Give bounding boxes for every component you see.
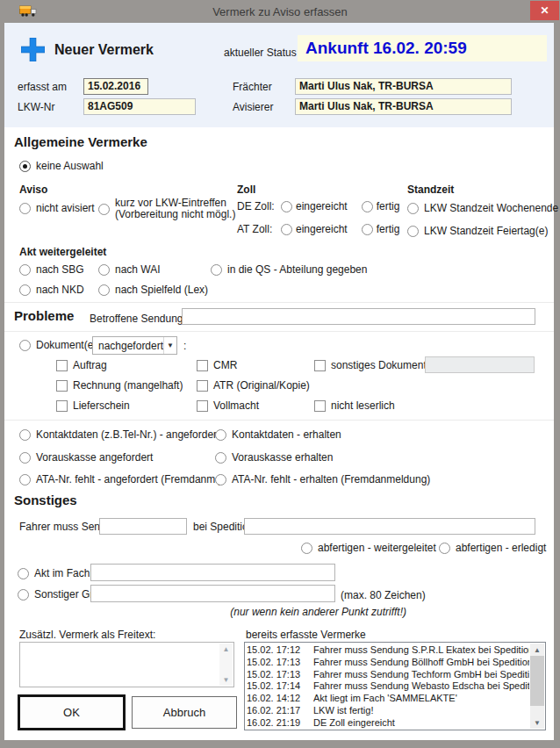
freitext-textarea[interactable]: ▲ ▼ xyxy=(19,642,234,687)
radio-standzeit-feiertag-label: LKW Standzeit Feiertag(e) xyxy=(424,225,548,237)
list-item[interactable]: 15.02. 17:12Fahrer muss Sendung S.P.R.L … xyxy=(247,644,529,657)
erfasst-am-field[interactable]: 15.02.2016 xyxy=(83,78,148,95)
radio-qs-abteilung[interactable] xyxy=(211,264,222,276)
scroll-up-icon[interactable]: ▲ xyxy=(530,644,544,656)
chevron-down-icon[interactable]: ▼ xyxy=(163,337,176,354)
window-title: Vermerk zu Aviso erfassen xyxy=(0,5,560,18)
divider xyxy=(4,420,554,421)
checkbox-cmr[interactable] xyxy=(197,360,208,371)
checkbox-sonstiges-dokument-label: sonstiges Dokument: xyxy=(331,359,429,371)
radio-standzeit-feiertag[interactable] xyxy=(407,226,419,237)
radio-kurz-vor-eintreffen[interactable] xyxy=(98,204,110,215)
radio-vorauskasse-erhalten[interactable] xyxy=(215,452,226,464)
radio-akt-im-fach-label: Akt im Fach: xyxy=(34,567,93,579)
radio-dokumente[interactable] xyxy=(19,340,31,351)
dropdown-dokument-status[interactable]: nachgefordert ▼ xyxy=(92,336,177,355)
checkbox-rechnung[interactable] xyxy=(56,380,68,392)
de-zoll-label: DE Zoll: xyxy=(237,200,277,212)
radio-kontaktdaten-angefordert[interactable] xyxy=(19,429,31,441)
radio-de-zoll-fertig[interactable] xyxy=(362,201,373,212)
divider xyxy=(4,331,554,332)
radio-vorauskasse-erhalten-label: Vorauskasse erhalten xyxy=(232,451,333,464)
checkbox-atr[interactable] xyxy=(197,380,208,392)
close-button[interactable]: ✕ xyxy=(530,1,559,20)
radio-ata-angefordert-label: ATA-Nr. fehlt - angefordert (Fremdanm.) xyxy=(36,473,222,485)
vermerke-list[interactable]: 15.02. 17:12Fahrer muss Sendung S.P.R.L … xyxy=(244,642,546,730)
radio-de-zoll-eingereicht-label: eingereicht xyxy=(296,200,348,212)
radio-abfertigen-weitergeleitet[interactable] xyxy=(301,543,312,554)
sendung-input[interactable] xyxy=(99,518,187,535)
plus-icon xyxy=(21,38,45,64)
checkbox-lieferschein[interactable] xyxy=(56,400,68,412)
section-allgemeine-vermerke: Allgemeine Vermerke xyxy=(14,134,147,149)
avisierer-field[interactable]: Marti Ulus Nak, TR-BURSA xyxy=(295,98,512,115)
scroll-up-icon[interactable]: ▲ xyxy=(223,644,230,655)
group-zoll-label: Zoll xyxy=(237,183,255,196)
list-item[interactable]: 15.02. 17:13Fahrer muss Sendung Böllhoff… xyxy=(247,657,529,669)
textarea-scrollbar[interactable]: ▲ ▼ xyxy=(219,644,233,686)
radio-de-zoll-eingereicht[interactable] xyxy=(281,201,292,212)
radio-vorauskasse-angefordert[interactable] xyxy=(19,452,31,464)
radio-nach-nkd[interactable] xyxy=(19,284,31,296)
lkw-nr-label: LKW-Nr xyxy=(18,101,54,113)
checkbox-nicht-leserlich-label: nicht leserlich xyxy=(331,399,395,412)
radio-nach-spielfeld[interactable] xyxy=(98,284,110,296)
checkbox-vollmacht[interactable] xyxy=(197,400,208,412)
status-value: Ankunft 16.02. 20:59 xyxy=(298,35,547,61)
radio-nicht-avisiert[interactable] xyxy=(19,203,31,214)
radio-keine-auswahl[interactable] xyxy=(19,161,31,172)
radio-sonstiger-grund[interactable] xyxy=(18,589,29,601)
radio-kontaktdaten-erhalten[interactable] xyxy=(215,429,226,441)
radio-at-zoll-fertig[interactable] xyxy=(362,224,373,235)
vermerke-label: bereits erfasste Vermerke xyxy=(246,629,366,641)
list-scrollbar[interactable]: ▲ ▼ xyxy=(530,644,544,729)
radio-abfertigen-erledigt-label: abfertigen - erledigt xyxy=(456,542,546,554)
radio-ata-angefordert[interactable] xyxy=(19,474,31,485)
radio-dokumente-label: Dokument(e) xyxy=(36,339,97,351)
radio-akt-im-fach[interactable] xyxy=(18,568,29,579)
radio-nach-wai-label: nach WAI xyxy=(115,263,161,276)
radio-nach-sbg[interactable] xyxy=(19,264,31,276)
radio-nach-sbg-label: nach SBG xyxy=(36,263,84,276)
group-standzeit-label: Standzeit xyxy=(407,183,454,196)
dialog-window: Vermerk zu Aviso erfassen ✕ Neuer Vermer… xyxy=(0,0,560,748)
freitext-label: Zusätzl. Vermerk als Freitext: xyxy=(19,629,155,641)
sonstiger-grund-input[interactable] xyxy=(90,585,335,602)
divider xyxy=(4,302,554,303)
radio-ata-erhalten[interactable] xyxy=(215,474,226,485)
spedition-input[interactable] xyxy=(244,518,535,535)
list-item[interactable]: 15.02. 17:14Fahrer muss Sendung Webasto … xyxy=(247,680,529,693)
checkbox-auftrag[interactable] xyxy=(56,360,68,371)
radio-at-zoll-eingereicht[interactable] xyxy=(281,224,292,235)
betroffene-sendungen-input[interactable] xyxy=(182,308,535,325)
radio-vorauskasse-angefordert-label: Vorauskasse angefordert xyxy=(36,451,153,464)
radio-keine-auswahl-label: keine Auswahl xyxy=(36,160,104,172)
abbruch-button[interactable]: Abbruch xyxy=(132,696,237,729)
list-item[interactable]: 16.02. 14:12Akt liegt im Fach 'SAMMELAKT… xyxy=(247,693,529,705)
group-aviso-label: Aviso xyxy=(19,183,47,196)
akt-im-fach-input[interactable] xyxy=(90,564,335,581)
fraechter-field[interactable]: Marti Ulus Nak, TR-BURSA xyxy=(295,78,512,95)
radio-at-zoll-eingereicht-label: eingereicht xyxy=(296,223,348,235)
list-item[interactable]: 15.02. 17:13Fahrer muss Sendung Techform… xyxy=(247,669,529,681)
radio-ata-erhalten-label: ATA-Nr. fehlt - erhalten (Fremdanmeldung… xyxy=(232,473,430,485)
checkbox-nicht-leserlich[interactable] xyxy=(314,400,326,412)
radio-standzeit-wochenende[interactable] xyxy=(407,203,419,214)
checkbox-vollmacht-label: Vollmacht xyxy=(213,399,259,412)
radio-nach-spielfeld-label: nach Spielfeld (Lex) xyxy=(115,284,208,296)
erfasst-am-label: erfasst am xyxy=(18,81,67,93)
lkw-nr-field[interactable]: 81AG509 xyxy=(83,98,196,115)
scroll-down-icon[interactable]: ▼ xyxy=(223,674,230,686)
radio-nach-wai[interactable] xyxy=(98,264,110,276)
sonstiges-dokument-input[interactable] xyxy=(425,356,535,373)
scroll-down-icon[interactable]: ▼ xyxy=(530,716,544,729)
radio-kurz-vor-label-line1: kurz vor LKW-Eintreffen xyxy=(115,197,226,209)
list-item[interactable]: 16.02. 21:17LKW ist fertig! xyxy=(247,705,529,717)
list-item[interactable]: 16.02. 21:19DE Zoll eingereicht xyxy=(247,717,529,728)
radio-abfertigen-weitergeleitet-label: abfertigen - weitergeleitet xyxy=(318,542,436,554)
radio-abfertigen-erledigt[interactable] xyxy=(439,543,450,554)
checkbox-sonstiges-dokument[interactable] xyxy=(314,360,326,371)
ok-button[interactable]: OK xyxy=(18,694,126,730)
scrollbar-thumb[interactable] xyxy=(530,656,544,706)
radio-at-zoll-fertig-label: fertig xyxy=(377,223,400,235)
